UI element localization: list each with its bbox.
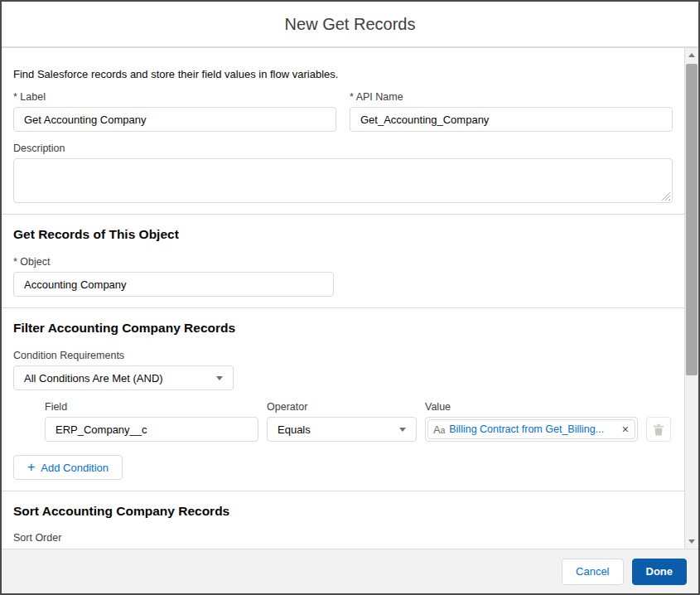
scrollbar[interactable] [684,48,698,549]
condition-requirements-select[interactable]: All Conditions Are Met (AND) [13,365,234,390]
label-field-label: * Label [13,91,336,103]
new-get-records-modal: New Get Records Find Salesforce records … [0,0,700,595]
value-label: Value [425,401,638,413]
plus-icon: + [27,461,35,474]
condition-requirements-group: Condition Requirements All Conditions Ar… [13,350,673,390]
delete-condition-button[interactable] [646,417,671,442]
modal-body: Find Salesforce records and store their … [2,48,684,549]
sort-order-label: Sort Order [13,532,673,544]
scroll-thumb[interactable] [686,64,698,375]
description-textarea-wrap [13,158,673,203]
condition-requirements-value: All Conditions Are Met (AND) [24,372,163,385]
api-name-field-group: * API Name [350,91,673,132]
divider [2,491,684,491]
scroll-track[interactable] [685,62,698,535]
scroll-up-button[interactable] [685,48,698,62]
field-column: Field [45,401,258,442]
done-button[interactable]: Done [632,559,688,585]
modal-header: New Get Records [2,2,698,48]
arrow-up-icon [688,53,695,57]
condition-requirements-label: Condition Requirements [13,350,673,361]
object-section-heading: Get Records of This Object [13,227,673,242]
object-field-group: * Object [13,256,673,297]
divider [2,214,684,215]
value-combobox[interactable]: Aa Billing Contract from Get_Billing... … [425,417,638,442]
add-condition-button[interactable]: + Add Condition [13,455,123,480]
cancel-button[interactable]: Cancel [562,559,623,585]
api-name-input[interactable] [350,107,673,132]
value-pill-text: Billing Contract from Get_Billing... [449,423,617,435]
operator-select[interactable]: Equals [267,417,417,442]
value-column: Value Aa Billing Contract from Get_Billi… [425,401,638,442]
chevron-down-icon [216,376,223,380]
operator-label: Operator [267,401,417,413]
text-type-icon: Aa [433,424,445,435]
condition-row: Field Operator Equals Value Aa Bil [45,401,673,442]
label-api-row: * Label * API Name [13,91,673,132]
scroll-down-button[interactable] [685,535,698,549]
filter-section-heading: Filter Accounting Company Records [13,321,673,336]
chevron-down-icon [399,428,406,432]
close-icon: × [622,423,629,436]
field-label: Field [45,401,258,413]
description-textarea[interactable] [13,158,673,203]
api-name-field-label: * API Name [350,91,673,103]
modal-footer: Cancel Done [2,549,698,593]
operator-value: Equals [278,423,311,436]
divider [2,307,684,308]
trash-icon [653,423,664,436]
sort-section-heading: Sort Accounting Company Records [13,504,673,519]
description-field-label: Description [13,143,673,154]
label-field-group: * Label [13,91,336,132]
object-input[interactable] [13,272,334,297]
add-condition-label: Add Condition [41,462,109,474]
intro-text: Find Salesforce records and store their … [13,68,673,80]
description-field-group: Description [13,143,673,203]
arrow-down-icon [688,539,695,544]
value-pill[interactable]: Aa Billing Contract from Get_Billing... … [427,419,635,439]
label-input[interactable] [13,107,336,132]
modal-title: New Get Records [285,15,416,34]
remove-value-button[interactable]: × [621,423,630,435]
modal-body-wrap: Find Salesforce records and store their … [2,48,698,549]
operator-column: Operator Equals [267,401,417,442]
field-input[interactable] [45,417,258,442]
object-field-label: * Object [13,256,673,268]
